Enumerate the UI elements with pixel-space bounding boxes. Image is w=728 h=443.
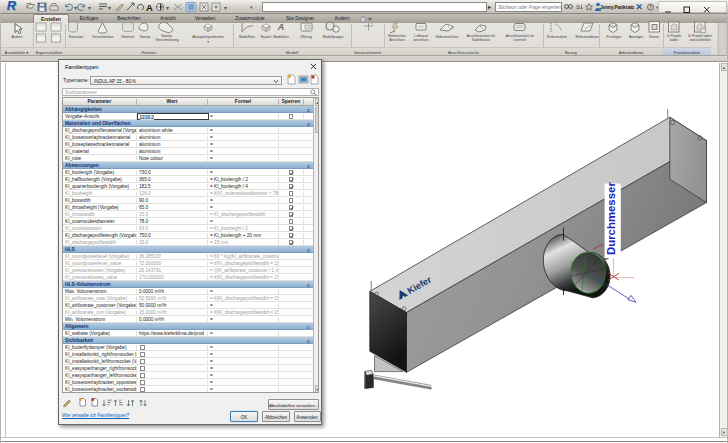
svg-text:Durchmesser: Durchmesser <box>605 182 617 255</box>
